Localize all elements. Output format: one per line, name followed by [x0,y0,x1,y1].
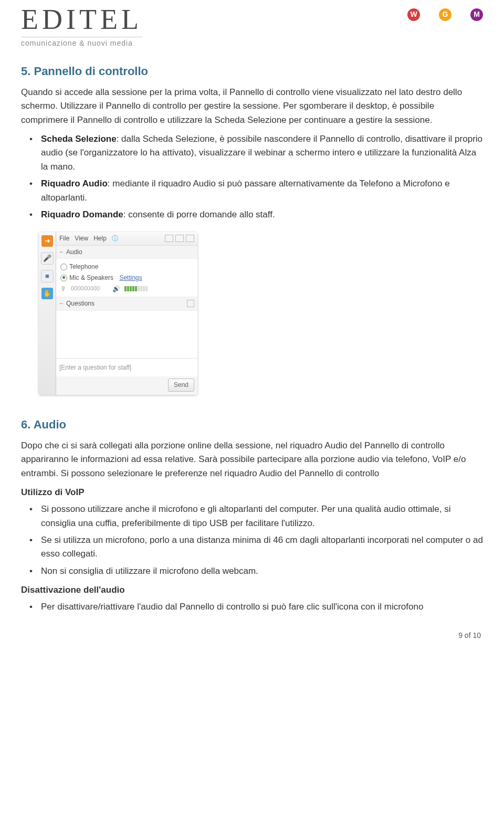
close-icon[interactable] [186,235,194,242]
section-5-title: 5. Pannello di controllo [21,62,483,80]
bullet-bold: Riquadro Audio [41,179,108,188]
radio-selected-icon[interactable] [60,275,67,281]
telephone-option[interactable]: Telephone [60,262,193,272]
mic-speakers-label: Mic & Speakers [69,273,113,283]
section-6-paragraph: Dopo che ci si sarà collegati alla porzi… [21,439,483,480]
collapse-arrow-icon[interactable]: ➜ [41,235,53,247]
mic-level-icon: 🎙 [60,284,67,294]
page-header: EDITEL comunicazione & nuovi media W G M [21,5,483,47]
section-5-paragraph: Quando si accede alla sessione per la pr… [21,86,483,127]
questions-section-body: [Enter a question for staff] Send [56,311,197,395]
speaker-level-icon: 🔊 [112,284,120,294]
bullet-text: Per disattivare/riattivare l'audio dal P… [41,602,423,612]
minimize-icon[interactable] [165,235,173,242]
questions-section-header[interactable]: − Questions [56,297,197,311]
bullet-text: : consente di porre domande allo staff. [123,209,275,219]
popout-icon[interactable] [187,300,194,307]
badge-w-icon: W [407,8,420,21]
section-5-bullets: Scheda Selezione: dalla Scheda Selezione… [21,132,483,222]
audio-section-header[interactable]: − Audio [56,246,197,259]
raise-hand-icon[interactable]: ✋ [41,288,53,299]
mute-mic-icon[interactable]: 🎤 [41,252,54,265]
logo-wordmark: EDITEL [21,5,142,34]
control-panel-menubar: File View Help ⓘ [56,232,197,246]
badge-m-icon: M [470,8,483,21]
voip-bullets: Si possono utilizzare anche il microfono… [21,502,483,578]
question-input[interactable]: [Enter a question for staff] [56,358,197,377]
audio-settings-link[interactable]: Settings [119,273,142,283]
menu-file[interactable]: File [59,234,69,244]
control-panel-grab-tab: ➜ 🎤 ■ ✋ [39,232,56,395]
collapse-toggle-icon[interactable]: − [59,247,63,257]
telephone-label: Telephone [69,262,98,272]
list-item: Per disattivare/riattivare l'audio dal P… [34,600,483,614]
restore-icon[interactable] [175,235,184,242]
speaker-level-meter [124,286,148,291]
audio-section-body: Telephone Mic & Speakers Settings 🎙 0000… [56,259,197,297]
bullet-bold: Scheda Selezione [41,134,117,144]
control-panel-body: File View Help ⓘ − Audio Telephone [56,232,197,395]
bullet-bold: Riquadro Domande [41,209,123,219]
fullscreen-icon[interactable]: ■ [41,270,54,282]
mic-speakers-option[interactable]: Mic & Speakers Settings [60,273,193,283]
radio-unselected-icon[interactable] [60,264,67,270]
bullet-text: Non si consiglia di utilizzare il microf… [41,566,258,576]
list-item: Se si utilizza un microfono, porlo a una… [34,533,483,561]
voip-subheading: Utilizzo di VoIP [21,486,483,499]
questions-log [56,311,197,358]
bullet-text: Si possono utilizzare anche il microfono… [41,504,451,528]
section-6-title: 6. Audio [21,416,483,434]
deactivate-subheading: Disattivazione dell'audio [21,583,483,597]
page-number: 9 of 10 [21,630,483,642]
bullet-text: Se si utilizza un microfono, porlo a una… [41,535,483,559]
list-item: Riquadro Audio: mediante il riquadro Aud… [34,177,483,205]
logo: EDITEL comunicazione & nuovi media [21,5,142,47]
badge-g-icon: G [439,8,452,21]
list-item: Riquadro Domande: consente di porre doma… [34,208,483,222]
audio-section-title: Audio [66,247,82,257]
list-item: Scheda Selezione: dalla Scheda Selezione… [34,132,483,174]
mic-level-readout: 000000000 [71,284,100,293]
help-info-icon[interactable]: ⓘ [112,234,118,244]
list-item: Non si consiglia di utilizzare il microf… [34,564,483,578]
deactivate-bullets: Per disattivare/riattivare l'audio dal P… [21,600,483,614]
send-button[interactable]: Send [168,379,194,392]
list-item: Si possono utilizzare anche il microfono… [34,502,483,530]
menu-help[interactable]: Help [93,234,107,244]
questions-section-title: Questions [66,299,94,309]
control-panel: ➜ 🎤 ■ ✋ File View Help ⓘ − Audio [39,232,197,395]
collapse-toggle-icon[interactable]: − [59,299,63,309]
menu-view[interactable]: View [75,234,88,244]
logo-tagline: comunicazione & nuovi media [21,37,142,47]
header-badges: W G M [407,8,483,21]
